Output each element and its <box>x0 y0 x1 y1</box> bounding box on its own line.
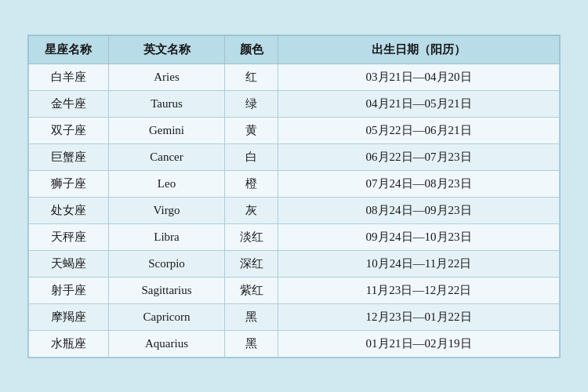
cell-english: Capricorn <box>108 303 225 330</box>
cell-date: 09月24日—10月23日 <box>278 223 560 250</box>
cell-color: 灰 <box>225 197 278 223</box>
cell-chinese: 水瓶座 <box>29 330 109 357</box>
table-header-row: 星座名称 英文名称 颜色 出生日期（阳历） <box>29 35 560 64</box>
cell-date: 05月22日—06月21日 <box>278 117 560 143</box>
cell-english: Virgo <box>108 197 225 223</box>
cell-color: 绿 <box>225 90 278 117</box>
cell-chinese: 金牛座 <box>29 90 109 117</box>
cell-english: Cancer <box>108 143 225 170</box>
cell-color: 红 <box>225 64 278 90</box>
zodiac-table: 星座名称 英文名称 颜色 出生日期（阳历） 白羊座Aries红03月21日—04… <box>28 35 560 358</box>
cell-english: Libra <box>108 223 225 250</box>
cell-color: 深红 <box>225 250 278 277</box>
cell-chinese: 狮子座 <box>29 170 109 197</box>
cell-english: Taurus <box>108 90 225 117</box>
header-english: 英文名称 <box>108 35 225 64</box>
cell-date: 01月21日—02月19日 <box>278 330 560 357</box>
cell-english: Scorpio <box>108 250 225 277</box>
cell-color: 黑 <box>225 303 278 330</box>
cell-date: 08月24日—09月23日 <box>278 197 560 223</box>
header-chinese: 星座名称 <box>29 35 109 64</box>
cell-date: 07月24日—08月23日 <box>278 170 560 197</box>
zodiac-table-container: 星座名称 英文名称 颜色 出生日期（阳历） 白羊座Aries红03月21日—04… <box>27 34 561 358</box>
cell-date: 11月23日—12月22日 <box>278 277 560 303</box>
table-row: 摩羯座Capricorn黑12月23日—01月22日 <box>29 303 560 330</box>
cell-date: 12月23日—01月22日 <box>278 303 560 330</box>
cell-english: Leo <box>108 170 225 197</box>
table-body: 白羊座Aries红03月21日—04月20日金牛座Taurus绿04月21日—0… <box>29 64 560 357</box>
header-color: 颜色 <box>225 35 278 64</box>
cell-english: Aries <box>108 64 225 90</box>
table-row: 狮子座Leo橙07月24日—08月23日 <box>29 170 560 197</box>
table-row: 天秤座Libra淡红09月24日—10月23日 <box>29 223 560 250</box>
cell-color: 紫红 <box>225 277 278 303</box>
table-row: 双子座Gemini黄05月22日—06月21日 <box>29 117 560 143</box>
cell-date: 06月22日—07月23日 <box>278 143 560 170</box>
cell-date: 10月24日—11月22日 <box>278 250 560 277</box>
cell-chinese: 白羊座 <box>29 64 109 90</box>
cell-chinese: 射手座 <box>29 277 109 303</box>
table-row: 巨蟹座Cancer白06月22日—07月23日 <box>29 143 560 170</box>
table-row: 金牛座Taurus绿04月21日—05月21日 <box>29 90 560 117</box>
cell-color: 黄 <box>225 117 278 143</box>
cell-english: Aquarius <box>108 330 225 357</box>
cell-date: 04月21日—05月21日 <box>278 90 560 117</box>
cell-color: 白 <box>225 143 278 170</box>
cell-chinese: 处女座 <box>29 197 109 223</box>
cell-color: 橙 <box>225 170 278 197</box>
cell-chinese: 巨蟹座 <box>29 143 109 170</box>
cell-english: Sagittarius <box>108 277 225 303</box>
cell-chinese: 天秤座 <box>29 223 109 250</box>
cell-color: 黑 <box>225 330 278 357</box>
cell-chinese: 摩羯座 <box>29 303 109 330</box>
header-date: 出生日期（阳历） <box>278 35 560 64</box>
cell-chinese: 天蝎座 <box>29 250 109 277</box>
table-row: 处女座Virgo灰08月24日—09月23日 <box>29 197 560 223</box>
cell-english: Gemini <box>108 117 225 143</box>
cell-chinese: 双子座 <box>29 117 109 143</box>
table-row: 白羊座Aries红03月21日—04月20日 <box>29 64 560 90</box>
cell-date: 03月21日—04月20日 <box>278 64 560 90</box>
cell-color: 淡红 <box>225 223 278 250</box>
table-row: 水瓶座Aquarius黑01月21日—02月19日 <box>29 330 560 357</box>
table-row: 射手座Sagittarius紫红11月23日—12月22日 <box>29 277 560 303</box>
table-row: 天蝎座Scorpio深红10月24日—11月22日 <box>29 250 560 277</box>
